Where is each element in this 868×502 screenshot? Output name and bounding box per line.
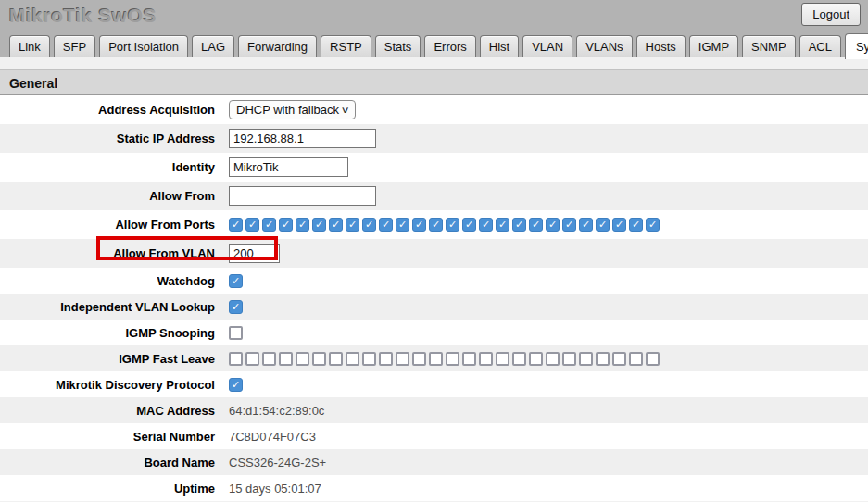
port-checkbox[interactable]: ✓ (429, 218, 443, 232)
address-acquisition-select[interactable]: DHCP with fallback ∨ (229, 100, 356, 119)
port-checkbox[interactable]: ✓ (529, 218, 543, 232)
identity-input[interactable] (229, 157, 348, 177)
igmp-fast-leave-port-checkbox[interactable] (646, 352, 660, 366)
tab-hosts[interactable]: Hosts (636, 35, 686, 57)
field-label: Independent VLAN Lookup (0, 300, 215, 314)
igmp-snooping-checkbox-wrap (229, 326, 245, 340)
independent-vlan-lookup-checkbox[interactable]: ✓ (229, 300, 243, 314)
tab-port-isolation[interactable]: Port Isolation (99, 35, 188, 57)
igmp-fast-leave-port-checkbox[interactable] (496, 352, 509, 366)
select-value: DHCP with fallback (236, 103, 339, 117)
field-label: Address Acquisition (0, 103, 215, 117)
port-checkbox[interactable]: ✓ (346, 218, 359, 232)
port-checkbox[interactable]: ✓ (512, 218, 526, 232)
igmp-fast-leave-port-checkbox[interactable] (429, 352, 443, 366)
port-checkbox[interactable]: ✓ (579, 218, 593, 232)
igmp-fast-leave-port-checkbox[interactable] (346, 352, 359, 366)
igmp-fast-leave-port-checkbox[interactable] (512, 352, 526, 366)
igmp-fast-leave-port-checkbox[interactable] (396, 352, 409, 366)
port-checkbox[interactable]: ✓ (362, 218, 376, 232)
port-checkbox[interactable]: ✓ (446, 218, 459, 232)
field-label: Watchdog (0, 274, 215, 288)
port-checkbox[interactable]: ✓ (596, 218, 610, 232)
logout-button[interactable]: Logout (801, 3, 861, 26)
row-address-acquisition: Address Acquisition DHCP with fallback ∨ (0, 95, 868, 124)
igmp-fast-leave-port-checkbox[interactable] (629, 352, 643, 366)
port-checkbox[interactable]: ✓ (496, 218, 509, 232)
field-label: Mikrotik Discovery Protocol (0, 378, 215, 392)
port-checkbox[interactable]: ✓ (379, 218, 393, 232)
port-checkbox[interactable]: ✓ (262, 218, 276, 232)
igmp-fast-leave-port-checkbox[interactable] (279, 352, 293, 366)
tab-lag[interactable]: LAG (192, 35, 234, 57)
general-form: Address Acquisition DHCP with fallback ∨… (0, 95, 868, 501)
igmp-fast-leave-port-checkbox[interactable] (562, 352, 576, 366)
content-top-strip (0, 57, 868, 69)
tab-igmp[interactable]: IGMP (689, 35, 738, 57)
tab-forwarding[interactable]: Forwarding (238, 35, 317, 57)
igmp-fast-leave-port-checkbox[interactable] (579, 352, 593, 366)
port-checkbox[interactable]: ✓ (412, 218, 426, 232)
igmp-snooping-checkbox[interactable] (229, 326, 243, 340)
port-checkbox[interactable]: ✓ (329, 218, 343, 232)
row-mac-address: MAC Address 64:d1:54:c2:89:0c (0, 397, 868, 423)
field-label: Allow From Ports (0, 218, 215, 232)
allow-from-vlan-input[interactable] (229, 244, 280, 263)
discovery-protocol-checkbox[interactable]: ✓ (229, 378, 243, 392)
tab-errors[interactable]: Errors (424, 35, 475, 57)
igmp-fast-leave-port-checkbox[interactable] (462, 352, 476, 366)
port-checkbox[interactable]: ✓ (462, 218, 476, 232)
igmp-fast-leave-port-checkbox[interactable] (262, 352, 276, 366)
igmp-fast-leave-port-checkbox[interactable] (379, 352, 393, 366)
tab-snmp[interactable]: SNMP (742, 35, 796, 57)
port-checkbox[interactable]: ✓ (296, 218, 309, 232)
row-identity: Identity (0, 153, 868, 182)
tab-vlan[interactable]: VLAN (522, 35, 572, 57)
port-checkbox[interactable]: ✓ (612, 218, 626, 232)
static-ip-input[interactable] (229, 129, 376, 148)
igmp-fast-leave-port-checkbox[interactable] (362, 352, 376, 366)
tab-acl[interactable]: ACL (799, 35, 841, 57)
port-checkbox[interactable]: ✓ (279, 218, 293, 232)
igmp-fast-leave-port-checkbox[interactable] (546, 352, 560, 366)
tab-rstp[interactable]: RSTP (321, 35, 371, 57)
port-checkbox[interactable]: ✓ (646, 218, 660, 232)
tab-system[interactable]: System (845, 33, 868, 59)
igmp-fast-leave-port-checkbox[interactable] (446, 352, 459, 366)
igmp-fast-leave-port-checkbox[interactable] (312, 352, 326, 366)
igmp-fast-leave-port-checkbox[interactable] (479, 352, 493, 366)
watchdog-checkbox[interactable]: ✓ (229, 274, 243, 288)
field-label: Static IP Address (0, 132, 215, 145)
port-checkbox[interactable]: ✓ (629, 218, 643, 232)
tab-link[interactable]: Link (9, 35, 50, 57)
tab-hist[interactable]: Hist (480, 35, 519, 57)
port-checkbox[interactable]: ✓ (245, 218, 259, 232)
allow-from-input[interactable] (229, 186, 376, 206)
field-label: Allow From VLAN (0, 246, 215, 260)
port-checkbox[interactable]: ✓ (229, 218, 243, 232)
port-checkbox[interactable]: ✓ (312, 218, 326, 232)
row-allow-from-ports: Allow From Ports ✓✓✓✓✓✓✓✓✓✓✓✓✓✓✓✓✓✓✓✓✓✓✓… (0, 210, 868, 239)
igmp-fast-leave-port-checkbox[interactable] (412, 352, 426, 366)
igmp-fast-leave-port-checkbox[interactable] (245, 352, 259, 366)
tab-sfp[interactable]: SFP (54, 35, 95, 57)
row-allow-from-vlan: Allow From VLAN (0, 239, 868, 268)
igmp-fast-leave-port-checkbox[interactable] (612, 352, 626, 366)
row-igmp-snooping: IGMP Snooping (0, 320, 868, 345)
app-title: MikroTik SwOS (9, 5, 157, 27)
port-checkbox[interactable]: ✓ (562, 218, 576, 232)
field-label: Allow From (0, 189, 215, 203)
igmp-fast-leave-port-checkbox[interactable] (229, 352, 243, 366)
tab-stats[interactable]: Stats (375, 35, 421, 57)
field-label: IGMP Fast Leave (0, 352, 215, 366)
port-checkbox[interactable]: ✓ (479, 218, 493, 232)
igmp-fast-leave-port-checkbox[interactable] (329, 352, 343, 366)
igmp-fast-leave-port-checkbox[interactable] (596, 352, 610, 366)
igmp-fast-leave-port-checkbox[interactable] (529, 352, 543, 366)
igmp-fast-leave-port-checkbox[interactable] (296, 352, 309, 366)
port-checkbox[interactable]: ✓ (396, 218, 409, 232)
port-checkbox[interactable]: ✓ (546, 218, 560, 232)
section-title: General (0, 69, 868, 95)
row-serial-number: Serial Number 7C8D074F07C3 (0, 423, 868, 449)
tab-vlans[interactable]: VLANs (576, 35, 632, 57)
